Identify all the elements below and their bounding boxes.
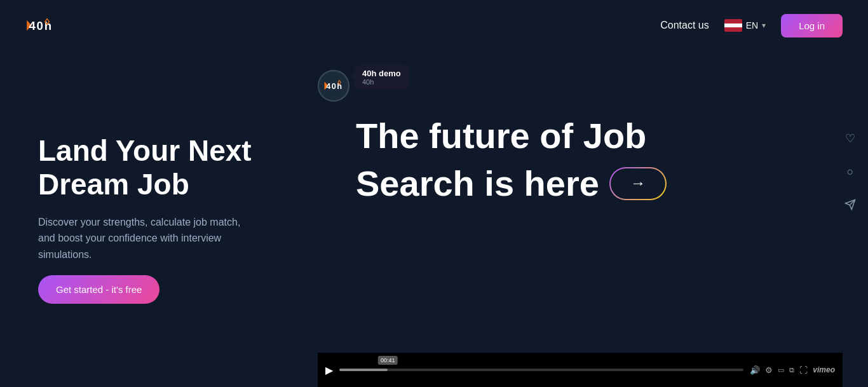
svg-text:4: 4 [326,81,331,91]
svg-text:0: 0 [37,19,43,32]
login-button[interactable]: Log in [781,14,843,37]
hero-subtext: Discover your strengths, calculate job m… [38,214,254,263]
future-text: The future of Job Search is here → [343,114,843,205]
video-avatar: 4 0 h [318,70,349,102]
tooltip-sub: 40h [362,78,401,86]
like-icon[interactable]: ♡ [839,127,862,150]
fullscreen-icon[interactable]: ⛶ [799,365,808,375]
us-flag-icon [724,19,742,32]
vimeo-logo: vimeo [813,365,835,374]
side-icons: ♡ ○ [839,127,862,216]
main-content: Land Your Next Dream Job Discover your s… [0,51,868,387]
get-started-button[interactable]: Get started - it's free [38,275,159,304]
video-tooltip-area: 4 0 h 40h demo 40h [318,64,409,102]
video-tooltip-bubble: 40h demo 40h [355,65,409,90]
svg-text:h: h [337,81,342,91]
language-selector[interactable]: EN ▾ [724,19,766,32]
lang-code: EN [746,20,758,31]
cast-icon[interactable]: ▭ [778,366,784,374]
progress-fill [339,369,388,371]
hero-right-panel: 4 0 h 40h demo 40h The future of Job Sea… [305,51,868,387]
time-badge: 00:41 [378,356,398,365]
pip-icon[interactable]: ⧉ [789,366,794,374]
contact-us-link[interactable]: Contact us [660,20,709,31]
arrow-circle-button[interactable]: → [609,167,667,200]
header: 4 0 h Contact us EN ▾ Log in [0,0,868,51]
watch-later-icon[interactable]: ○ [839,160,862,183]
progress-bar[interactable]: 00:41 [339,369,743,371]
chevron-down-icon: ▾ [762,21,766,30]
logo: 4 0 h [25,11,53,39]
svg-text:4: 4 [29,19,36,32]
volume-icon[interactable]: 🔊 [750,365,760,375]
player-controls-right: 🔊 ⚙ ▭ ⧉ ⛶ vimeo [750,365,835,375]
play-button[interactable]: ▶ [325,364,333,376]
svg-text:0: 0 [332,81,336,91]
future-line2: Search is here → [343,162,667,205]
share-icon[interactable] [839,193,862,216]
future-line1: The future of Job [356,114,843,157]
settings-icon[interactable]: ⚙ [765,365,773,375]
header-right: Contact us EN ▾ Log in [660,14,843,37]
hero-headline: Land Your Next Dream Job [38,134,280,201]
logo-icon: 4 0 h [25,11,53,39]
hero-left-panel: Land Your Next Dream Job Discover your s… [0,51,305,387]
video-player: ▶ 00:41 🔊 ⚙ ▭ ⧉ ⛶ vimeo [318,353,843,387]
tooltip-title: 40h demo [362,69,401,78]
